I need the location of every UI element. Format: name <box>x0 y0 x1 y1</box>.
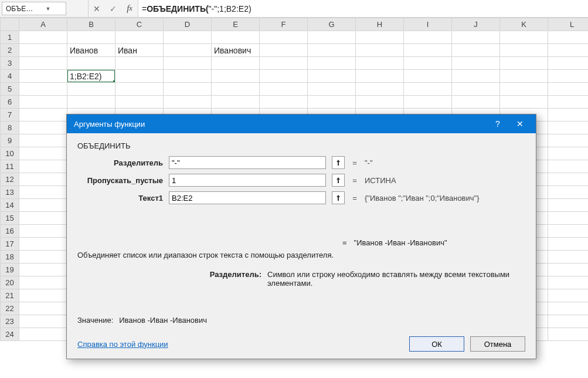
row-header-22[interactable]: 22 <box>1 302 19 315</box>
cell-A15[interactable] <box>19 212 67 225</box>
row-header-18[interactable]: 18 <box>1 251 19 264</box>
arg-input[interactable] <box>169 156 326 169</box>
cell-F4[interactable] <box>260 70 308 83</box>
cell-B5[interactable] <box>67 83 115 96</box>
cell-I6[interactable] <box>404 96 452 109</box>
cell-L5[interactable] <box>548 83 589 96</box>
arg-input[interactable] <box>169 191 326 204</box>
cell-J6[interactable] <box>452 96 500 109</box>
cell-H6[interactable] <box>356 96 404 109</box>
cell-D3[interactable] <box>164 57 212 70</box>
cell-G2[interactable] <box>308 44 356 57</box>
range-select-icon[interactable] <box>332 174 345 187</box>
col-header-C[interactable]: C <box>115 18 164 31</box>
ok-button[interactable]: ОК <box>409 336 464 352</box>
col-header-L[interactable]: L <box>548 18 589 31</box>
cell-A19[interactable] <box>19 264 67 276</box>
row-header-12[interactable]: 12 <box>1 173 19 186</box>
col-header-I[interactable]: I <box>404 18 452 31</box>
cell-L18[interactable] <box>548 251 589 264</box>
cell-L11[interactable] <box>548 160 589 173</box>
row-header-20[interactable]: 20 <box>1 276 19 289</box>
cell-I1[interactable] <box>404 31 452 44</box>
cell-L10[interactable] <box>548 147 589 160</box>
cell-H1[interactable] <box>356 31 404 44</box>
cell-D2[interactable] <box>164 44 212 57</box>
row-header-9[interactable]: 9 <box>1 134 19 147</box>
formula-input[interactable]: =ОБЪЕДИНИТЬ("-";1;B2:E2) <box>138 0 588 17</box>
cell-L2[interactable] <box>548 44 589 57</box>
cell-H3[interactable] <box>356 57 404 70</box>
cell-A24[interactable] <box>19 328 67 341</box>
cell-K5[interactable] <box>500 83 548 96</box>
cell-A20[interactable] <box>19 276 67 289</box>
accept-formula-icon[interactable]: ✓ <box>105 0 121 17</box>
cell-L21[interactable] <box>548 289 589 302</box>
row-header-19[interactable]: 19 <box>1 264 19 276</box>
row-header-6[interactable]: 6 <box>1 96 19 109</box>
cell-H2[interactable] <box>356 44 404 57</box>
cell-A12[interactable] <box>19 173 67 186</box>
cell-L22[interactable] <box>548 302 589 315</box>
cell-L8[interactable] <box>548 122 589 134</box>
cell-C1[interactable] <box>115 31 164 44</box>
cell-J4[interactable] <box>452 70 500 83</box>
cell-F5[interactable] <box>260 83 308 96</box>
row-header-23[interactable]: 23 <box>1 315 19 328</box>
row-header-5[interactable]: 5 <box>1 83 19 96</box>
cell-A3[interactable] <box>19 57 67 70</box>
cell-L14[interactable] <box>548 199 589 212</box>
col-header-G[interactable]: G <box>308 18 356 31</box>
row-header-4[interactable]: 4 <box>1 70 19 83</box>
cell-K4[interactable] <box>500 70 548 83</box>
cell-C6[interactable] <box>115 96 164 109</box>
cell-A9[interactable] <box>19 134 67 147</box>
cell-J5[interactable] <box>452 83 500 96</box>
cell-K1[interactable] <box>500 31 548 44</box>
cell-A5[interactable] <box>19 83 67 96</box>
cell-L4[interactable] <box>548 70 589 83</box>
cell-A4[interactable] <box>19 70 67 83</box>
cell-J3[interactable] <box>452 57 500 70</box>
cell-E2[interactable]: Иванович <box>212 44 260 57</box>
cell-K6[interactable] <box>500 96 548 109</box>
cell-A11[interactable] <box>19 160 67 173</box>
cell-C2[interactable]: Иван <box>115 44 164 57</box>
cell-D4[interactable] <box>164 70 212 83</box>
col-header-K[interactable]: K <box>500 18 548 31</box>
row-header-2[interactable]: 2 <box>1 44 19 57</box>
row-header-21[interactable]: 21 <box>1 289 19 302</box>
dialog-titlebar[interactable]: Аргументы функции ? ✕ <box>67 114 536 133</box>
cell-A21[interactable] <box>19 289 67 302</box>
cell-F6[interactable] <box>260 96 308 109</box>
cell-D1[interactable] <box>164 31 212 44</box>
row-header-10[interactable]: 10 <box>1 147 19 160</box>
name-box[interactable]: ОБЪЕДИН... ▼ <box>2 2 66 15</box>
row-header-11[interactable]: 11 <box>1 160 19 173</box>
cell-E6[interactable] <box>212 96 260 109</box>
cell-C4[interactable] <box>115 70 164 83</box>
cell-A17[interactable] <box>19 238 67 251</box>
cell-L7[interactable] <box>548 109 589 122</box>
cell-L13[interactable] <box>548 186 589 199</box>
row-header-24[interactable]: 24 <box>1 328 19 341</box>
col-header-F[interactable]: F <box>260 18 308 31</box>
name-box-dropdown-icon[interactable]: ▼ <box>34 6 62 12</box>
cell-H4[interactable] <box>356 70 404 83</box>
col-header-D[interactable]: D <box>164 18 212 31</box>
cell-L20[interactable] <box>548 276 589 289</box>
cell-A1[interactable] <box>19 31 67 44</box>
cell-B2[interactable]: Иванов <box>67 44 115 57</box>
range-select-icon[interactable] <box>332 156 345 169</box>
cell-J2[interactable] <box>452 44 500 57</box>
cell-H5[interactable] <box>356 83 404 96</box>
cell-L19[interactable] <box>548 264 589 276</box>
cell-B6[interactable] <box>67 96 115 109</box>
cell-G5[interactable] <box>308 83 356 96</box>
fx-icon[interactable]: fx <box>121 0 138 17</box>
row-header-13[interactable]: 13 <box>1 186 19 199</box>
cell-B1[interactable] <box>67 31 115 44</box>
row-header-1[interactable]: 1 <box>1 31 19 44</box>
cell-A6[interactable] <box>19 96 67 109</box>
cancel-button[interactable]: Отмена <box>470 336 525 352</box>
